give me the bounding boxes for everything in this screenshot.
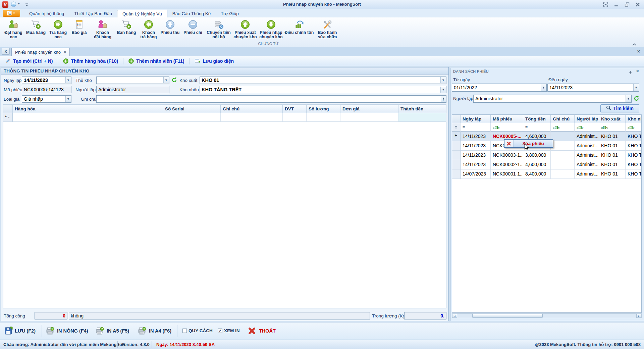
chevron-down-icon[interactable]: ▼ [163,77,169,83]
toolbar-item-10[interactable]: Chuyển tiền nội bộ [205,18,232,39]
toolbar-item-5[interactable]: Khách đặt hàng [90,18,115,39]
scrollbar-thumb[interactable] [472,314,543,318]
receipt-column-header-2[interactable]: Mã phiếu [491,114,523,123]
column-header-5[interactable]: Số lượng [307,104,340,113]
close-tab-icon[interactable]: × [64,50,66,55]
column-header-1[interactable]: Hàng hóa [13,104,163,113]
xem-in-checkbox[interactable]: ✓ [218,329,222,333]
new-row-cell[interactable] [283,113,307,122]
print-hot-button[interactable]: ? [46,327,54,337]
chevron-down-icon[interactable]: ▼ [65,77,71,83]
close-panel-icon[interactable]: × [637,49,640,54]
toolbar-item-6[interactable]: Bán hàng [115,18,138,39]
loai-gia-combo[interactable]: Giá nhập ▼ [22,95,71,103]
filter-cell-2[interactable]: aBc [491,123,523,132]
toolbar-item-2[interactable]: Mua hàng [24,18,48,39]
refresh-icon[interactable] [634,96,639,103]
column-header-3[interactable]: Ghi chú [221,104,283,113]
column-header-7[interactable]: Thành tiền [398,104,446,113]
search-button[interactable]: Tìm kiếm [600,104,639,112]
filter-cell-5[interactable]: aBc [575,123,599,132]
action-item-3[interactable]: Thêm nhân viên (F11) [123,58,190,64]
pin-icon[interactable] [629,69,632,76]
minimize-button[interactable] [612,1,620,7]
exit-button[interactable] [248,327,256,337]
toolbar-item-7[interactable]: Khách trả hàng [138,18,160,39]
receipt-column-header-3[interactable]: Tổng tiền [523,114,551,123]
kho-xuat-combo[interactable]: KHO 01 ▼ [200,77,446,84]
context-menu-item-delete[interactable]: Xóa phiếu [514,141,553,146]
quy-cach-label[interactable]: QUY CÁCH [189,328,213,333]
den-ngay-field[interactable]: 14/11/2023 ▼ [547,84,639,92]
filter-cell-4[interactable]: aBc [551,123,575,132]
receipt-column-header-5[interactable]: Người lập [575,114,599,123]
filter-cell-7[interactable]: aBc [626,123,642,132]
save-button-label[interactable]: LƯU (F2) [15,328,36,334]
filter-cell-6[interactable]: aBc [599,123,626,132]
column-header-2[interactable]: Số Serial [163,104,221,113]
column-header-6[interactable]: Đơn giá [340,104,398,113]
chevron-down-icon[interactable]: ▼ [440,77,446,83]
kho-nhan-combo[interactable]: KHO TẦNG TRỆT ▼ [200,86,446,93]
new-row-cell[interactable] [398,113,446,122]
receipt-column-header-4[interactable]: Ghi chú [551,114,575,123]
menu-tab-4[interactable]: Báo Cáo Thống Kê [167,10,216,17]
toolbar-item-11[interactable]: Phiếu xuất chuyển kho [232,18,258,39]
xem-in-label[interactable]: XEM IN [224,328,240,333]
toolbar-item-1[interactable]: Đặt hàng ncc [3,18,24,39]
action-item-4[interactable]: Lưu giao diện [190,58,239,64]
horizontal-scrollbar[interactable]: ◄ ► [452,313,642,318]
menu-tab-3[interactable]: Quản Lý Nghiệp Vụ [117,10,167,17]
exit-button-label[interactable]: THOÁT [259,328,276,334]
print-a5-label[interactable]: IN A5 (F5) [107,328,129,334]
action-item-2[interactable]: Thêm hàng hóa (F10) [58,58,123,64]
items-grid-body[interactable] [3,122,446,308]
ngay-lap-field[interactable]: 14/11/2023 ▼ [22,77,71,84]
close-all-tabs-button[interactable]: x [2,48,10,55]
fullscreen-button[interactable] [602,1,609,7]
chevron-down-icon[interactable]: ▼ [65,96,71,102]
quy-cach-checkbox[interactable] [182,329,187,333]
chevron-down-icon[interactable]: ▼ [633,84,639,91]
toolbar-item-4[interactable]: Báo giá [68,18,90,39]
save-button[interactable] [4,327,13,337]
main-menu-button[interactable] [3,10,20,17]
document-tab[interactable]: Phiếu nhập chuyển kho × [11,48,70,56]
toolbar-item-12[interactable]: Phiếu nhập chuyển kho [258,18,284,39]
items-grid-new-row[interactable]: * - [3,113,446,122]
receipt-row-4[interactable]: 14/11/2023NCK00002-1...4,600,000Administ… [452,160,642,169]
print-a4-button[interactable]: ? [138,327,146,337]
print-a5-button[interactable]: ? [95,327,104,337]
receipt-grid-filter-row[interactable]: =aBc=aBcaBcaBcaBc [452,123,642,132]
receipt-row-3[interactable]: 14/11/2023NCK00003-1...3,800,000Administ… [452,151,642,160]
receipt-column-header-1[interactable]: Ngày lập [461,114,491,123]
chevron-down-icon[interactable]: ▼ [626,95,631,102]
filter-cell-1[interactable]: = [461,123,491,132]
thu-kho-combo[interactable]: ▼ [96,77,169,84]
spinner-icon[interactable]: ▲▼ [441,96,446,102]
panel-nguoi-lap-combo[interactable]: Administrator ▼ [473,95,632,103]
toolbar-item-14[interactable]: Bảo hành sửa chữa [315,18,340,39]
new-row-cell[interactable] [340,113,398,122]
menu-tab-2[interactable]: Thiết Lập Ban Đầu [69,10,117,17]
toolbar-item-9[interactable]: Phiếu chi [180,18,205,39]
new-row-cell[interactable] [13,113,163,122]
action-item-1[interactable]: Tạo mới (Ctrl + N) [0,58,58,64]
new-row-cell[interactable] [221,113,283,122]
scroll-left-icon[interactable]: ◄ [452,314,457,318]
menu-tab-1[interactable]: Quản trị hệ thống [24,10,69,17]
restore-button[interactable] [623,1,631,7]
receipt-row-5[interactable]: 14/07/2023NCK00001-1...8,400,000Administ… [452,169,642,179]
print-a4-label[interactable]: IN A4 (F6) [149,328,171,334]
toolbar-item-8[interactable]: Phiếu thu [160,18,180,39]
toolbar-item-3[interactable]: Trả hàng ncc [48,18,68,39]
refresh-icon[interactable] [171,77,177,84]
print-hot-label[interactable]: IN NÓNG (F4) [57,328,88,334]
new-row-cell[interactable] [163,113,221,122]
close-icon[interactable]: × [636,68,639,73]
new-row-cell[interactable] [307,113,340,122]
receipt-column-header-6[interactable]: Kho xuất [599,114,626,123]
close-button[interactable] [634,1,641,7]
receipt-column-header-7[interactable]: Kho nh [626,114,642,123]
ghi-chu-field[interactable]: ▲▼ [96,95,446,103]
